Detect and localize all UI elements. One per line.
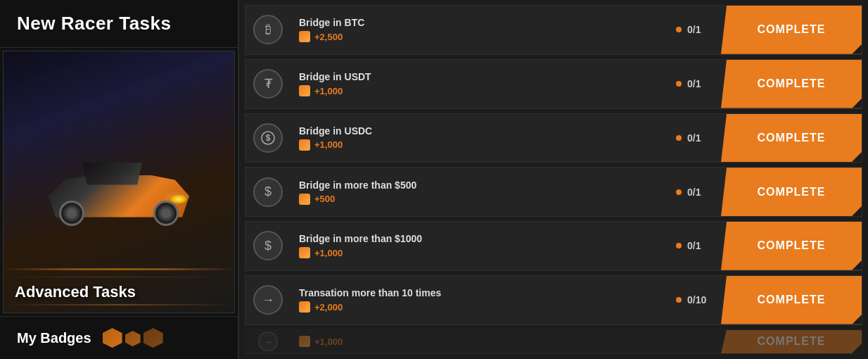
coin-icon [299, 31, 310, 42]
task-reward: +500 [299, 194, 656, 205]
task-row[interactable]: → Transation more than 10 times +2,000 0… [245, 275, 862, 325]
my-badges-label: My Badges [17, 330, 91, 346]
task-progress: 0/1 [665, 240, 721, 251]
reward-amount: +500 [314, 194, 335, 204]
progress-value: 0/1 [687, 132, 701, 144]
coin-icon [299, 139, 310, 151]
progress-value: 0/1 [687, 24, 701, 35]
coin-icon [299, 194, 310, 205]
progress-value: 0/10 [687, 294, 706, 306]
progress-dot [676, 135, 682, 141]
task-row[interactable]: ₿ Bridge in BTC +2,500 0/1 COMPLETE [245, 5, 862, 55]
task-progress: 0/1 [665, 187, 721, 198]
task-reward: +1,000 [299, 139, 656, 151]
task-reward: +1,000 [299, 336, 713, 347]
track-decoration [4, 304, 234, 306]
reward-amount: +1,000 [314, 248, 343, 258]
complete-button[interactable]: COMPLETE [721, 60, 862, 108]
task-reward: +2,000 [299, 301, 656, 313]
badge-icon-3 [143, 328, 163, 348]
sidebar: New Racer Tasks Advanced Tasks My Badges [0, 0, 239, 359]
coin-icon [299, 336, 310, 347]
task-icon-wrapper: → [245, 332, 291, 351]
complete-button[interactable]: COMPLETE [721, 168, 862, 216]
badge-icon-1 [103, 328, 122, 348]
task-row-partial[interactable]: → +1,000 COMPLETE [245, 329, 862, 354]
car-illustration [42, 133, 196, 232]
task-icon: ₮ [253, 69, 283, 99]
task-reward: +1,000 [299, 247, 656, 258]
task-icon: → [253, 285, 283, 315]
task-info: Bridge in BTC +2,500 [291, 11, 665, 48]
reward-amount: +1,000 [314, 86, 343, 96]
task-row[interactable]: $ Bridge in more than $1000 +1,000 0/1 C… [245, 221, 862, 271]
progress-dot [676, 81, 682, 87]
task-icon: ₿ [253, 15, 283, 44]
svg-text:$: $ [266, 133, 271, 143]
task-row[interactable]: $ Bridge in more than $500 +500 0/1 COMP… [245, 167, 862, 217]
reward-amount: +2,500 [314, 32, 343, 42]
coin-icon [299, 301, 310, 313]
reward-amount: +2,000 [314, 302, 343, 313]
task-icon-wrapper: ₿ [245, 15, 291, 44]
task-row[interactable]: $ Bridge in USDC +1,000 0/1 COMPLETE [245, 113, 862, 163]
task-info: Bridge in more than $500 +500 [291, 174, 665, 210]
task-icon: $ [253, 177, 283, 207]
task-icon-wrapper: $ [245, 177, 291, 207]
task-info: Bridge in USDT +1,000 [291, 65, 665, 102]
progress-value: 0/1 [687, 78, 701, 89]
progress-dot [676, 189, 682, 195]
task-title: Bridge in more than $1000 [299, 233, 656, 244]
progress-dot [676, 27, 682, 32]
task-title: Bridge in BTC [299, 17, 656, 28]
task-progress: 0/10 [665, 294, 721, 306]
task-info: Bridge in USDC +1,000 [291, 120, 665, 156]
complete-button[interactable]: COMPLETE [721, 222, 862, 270]
task-progress: 0/1 [665, 24, 721, 35]
badge-icon-2 [125, 331, 141, 346]
task-info: Bridge in more than $1000 +1,000 [291, 227, 665, 264]
task-title: Bridge in USDC [299, 125, 656, 137]
complete-button[interactable]: COMPLETE [721, 6, 862, 54]
task-progress: 0/1 [665, 78, 721, 89]
progress-dot [676, 297, 682, 303]
task-icon: $ [253, 231, 283, 260]
sidebar-title: New Racer Tasks [0, 0, 238, 48]
task-progress: 0/1 [665, 132, 721, 144]
coin-icon [299, 85, 310, 96]
task-icon-wrapper: $ [245, 123, 291, 153]
progress-dot [676, 243, 682, 248]
task-icon-wrapper: → [245, 285, 291, 315]
my-badges-section[interactable]: My Badges [0, 316, 238, 359]
coin-icon [299, 247, 310, 258]
task-icon: → [258, 332, 278, 351]
task-row[interactable]: ₮ Bridge in USDT +1,000 0/1 COMPLETE [245, 59, 862, 109]
reward-amount: +1,000 [314, 336, 343, 347]
progress-value: 0/1 [687, 187, 701, 198]
advanced-tasks-card[interactable]: Advanced Tasks [3, 51, 235, 313]
advanced-tasks-label: Advanced Tasks [15, 283, 136, 301]
task-title: Transation more than 10 times [299, 287, 656, 298]
task-reward: +1,000 [299, 85, 656, 96]
complete-button-partial[interactable]: COMPLETE [721, 330, 862, 353]
task-list: ₿ Bridge in BTC +2,500 0/1 COMPLETE ₮ Br… [239, 0, 868, 359]
task-info: Transation more than 10 times +2,000 [291, 282, 665, 318]
reward-amount: +1,000 [314, 139, 343, 150]
progress-value: 0/1 [687, 240, 701, 251]
task-icon-wrapper: ₮ [245, 69, 291, 99]
task-info: +1,000 [291, 330, 721, 353]
task-icon: $ [253, 123, 283, 153]
task-icon-wrapper: $ [245, 231, 291, 260]
task-reward: +2,500 [299, 31, 656, 42]
badge-icons [103, 328, 163, 348]
task-title: Bridge in more than $500 [299, 180, 656, 191]
complete-button[interactable]: COMPLETE [721, 114, 862, 163]
complete-button[interactable]: COMPLETE [721, 276, 862, 325]
task-title: Bridge in USDT [299, 71, 656, 82]
